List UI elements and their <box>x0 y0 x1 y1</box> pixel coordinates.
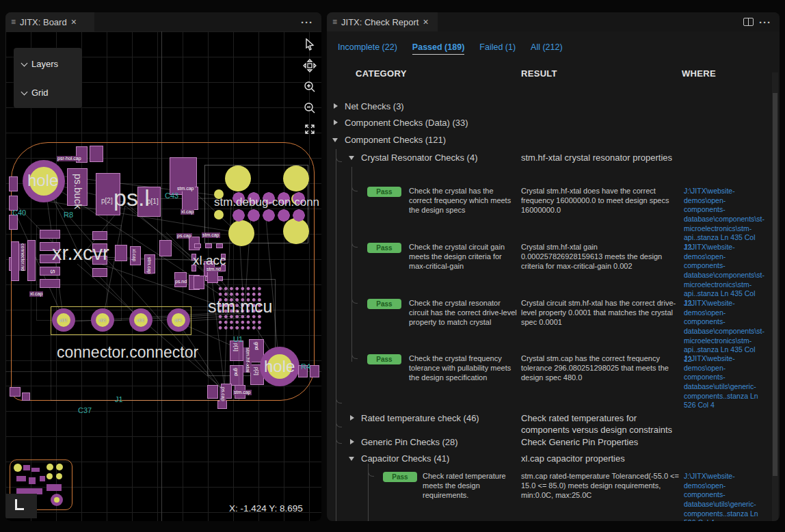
component-pad[interactable] <box>40 230 60 239</box>
minimap-shape <box>31 468 40 472</box>
hole-label: hole <box>27 171 58 190</box>
check-report-body: Incomplete (22) Passed (189) Failed (1) … <box>327 31 780 521</box>
silk-label: connector.nd <box>19 243 26 271</box>
twisty-expanded-icon[interactable] <box>349 457 354 461</box>
connector-hole-small[interactable] <box>214 210 224 220</box>
connector-pin[interactable]: p[3] <box>129 308 152 332</box>
more-actions-icon[interactable] <box>759 16 771 28</box>
connector-pin[interactable]: p[1] <box>52 308 75 332</box>
tree-label: Crystal Resonator Checks (4) <box>361 152 478 163</box>
xtal-pin-label: p[2] <box>253 367 260 375</box>
tree-label: Net Checks (3) <box>345 101 404 111</box>
silk-label: ps.cap <box>176 233 192 239</box>
zoom-out-icon[interactable] <box>302 101 317 116</box>
report-list-icon <box>332 18 337 26</box>
tree-label: Component Checks (Data) (33) <box>345 118 468 128</box>
component-pad[interactable] <box>40 279 60 288</box>
component-pad[interactable] <box>9 176 18 191</box>
pin-label: p[1] <box>147 198 159 205</box>
grid-toggle[interactable]: Grid <box>22 88 49 98</box>
silk-label: xl.cap <box>29 291 43 297</box>
layers-toggle[interactable]: Layers <box>22 59 58 69</box>
silk-label: psr-hol.cap <box>57 156 82 161</box>
layers-label: Layers <box>31 59 58 69</box>
component-pad[interactable] <box>10 387 21 397</box>
component-pad[interactable] <box>217 401 227 409</box>
twisty-collapsed-icon[interactable] <box>334 103 338 109</box>
pan-move-icon[interactable] <box>302 58 317 73</box>
column-header-where: WHERE <box>682 68 716 79</box>
component-pad[interactable] <box>90 146 103 162</box>
board-toolbar <box>301 37 319 137</box>
filter-passed[interactable]: Passed (189) <box>412 42 464 55</box>
check-where-link[interactable]: J:\JITX\website-demos\open-components-da… <box>684 472 764 521</box>
hole-label: hole <box>264 357 295 376</box>
zoom-in-icon[interactable] <box>302 79 317 94</box>
check-where-link[interactable]: J:\JITX\website-demos\open-components-da… <box>684 354 764 410</box>
board-canvas[interactable]: hole ps.buck p[2] ps.l p[1] stm.debug-co… <box>5 31 321 521</box>
component-pad[interactable] <box>11 241 19 281</box>
tab-jitx-board[interactable]: JITX: Board <box>5 12 94 31</box>
component-pad[interactable] <box>216 243 223 248</box>
filter-incomplete[interactable]: Incomplete (22) <box>338 42 397 55</box>
pin-label: p[4] <box>175 318 182 322</box>
silk-label: stm.nd <box>206 267 222 272</box>
scrollbar-thumb[interactable] <box>773 93 777 476</box>
filter-all[interactable]: All (212) <box>531 42 563 55</box>
split-editor-icon[interactable] <box>743 18 754 26</box>
minimap-shape <box>46 473 53 479</box>
close-icon[interactable] <box>71 17 77 27</box>
check-result: Crystal stm.cap has the correct frequenc… <box>521 354 680 382</box>
twisty-expanded-icon[interactable] <box>332 138 338 142</box>
component-pad[interactable] <box>92 231 107 240</box>
filter-failed[interactable]: Failed (1) <box>479 42 516 55</box>
refdes: C37 <box>78 406 92 414</box>
minimap-shape <box>29 477 36 484</box>
component-pad[interactable] <box>207 385 218 399</box>
component-pad[interactable] <box>194 243 201 248</box>
column-header-result: RESULT <box>521 68 557 79</box>
twisty-collapsed-icon[interactable] <box>350 415 354 421</box>
component-pad[interactable] <box>92 268 107 277</box>
tab-jitx-check-report[interactable]: JITX: Check Report <box>327 12 438 31</box>
more-actions-icon[interactable] <box>301 16 313 28</box>
twisty-collapsed-icon[interactable] <box>350 439 354 444</box>
connector-hole[interactable] <box>225 165 251 191</box>
component-pad[interactable] <box>27 240 36 281</box>
ps-buck-label: ps.buck <box>72 174 84 209</box>
chevron-down-icon <box>21 59 28 66</box>
connector-hole[interactable] <box>228 220 254 246</box>
check-category: Check the crystal frequency tolerance wi… <box>409 354 517 382</box>
zoom-fit-icon[interactable] <box>302 122 317 137</box>
debug-connector-label: stm.debug-con.conn <box>214 196 319 209</box>
component-pad[interactable] <box>22 393 30 401</box>
tree-label: Generic Pin Checks (28) <box>361 437 458 447</box>
twisty-collapsed-icon[interactable] <box>334 120 338 125</box>
silk-label: S <box>48 269 57 274</box>
connector-pin[interactable]: p[2] <box>91 308 114 332</box>
minimap-shape <box>23 465 30 470</box>
pass-badge: Pass <box>367 354 401 364</box>
component-pad[interactable] <box>205 243 212 248</box>
twisty-expanded-icon[interactable] <box>349 156 354 160</box>
select-cursor-icon[interactable] <box>302 37 317 52</box>
component-pad[interactable] <box>207 271 218 283</box>
scrollbar[interactable] <box>772 72 778 521</box>
component-pad[interactable] <box>310 365 319 377</box>
refdes: R4 <box>301 362 310 371</box>
component-pad[interactable] <box>159 240 172 256</box>
connector-pin[interactable]: p[4] <box>167 308 190 332</box>
tree-hook <box>336 438 342 444</box>
component-pad[interactable] <box>115 245 127 261</box>
component-pad[interactable] <box>194 276 204 289</box>
report-tabstrip: JITX: Check Report <box>327 12 780 31</box>
refdes: J1 <box>115 395 123 403</box>
connector-label: connector.connector <box>57 343 198 362</box>
connector-hole[interactable] <box>283 165 309 191</box>
tree-group-result: stm.hf-xtal crystal resonator properties <box>521 152 685 164</box>
debug-pad-row[interactable] <box>231 209 306 222</box>
close-icon[interactable] <box>423 17 428 27</box>
minimap-shape <box>16 476 26 481</box>
check-category: Check the crystal resonator circuit has … <box>409 299 517 327</box>
component-pad[interactable] <box>9 215 18 230</box>
